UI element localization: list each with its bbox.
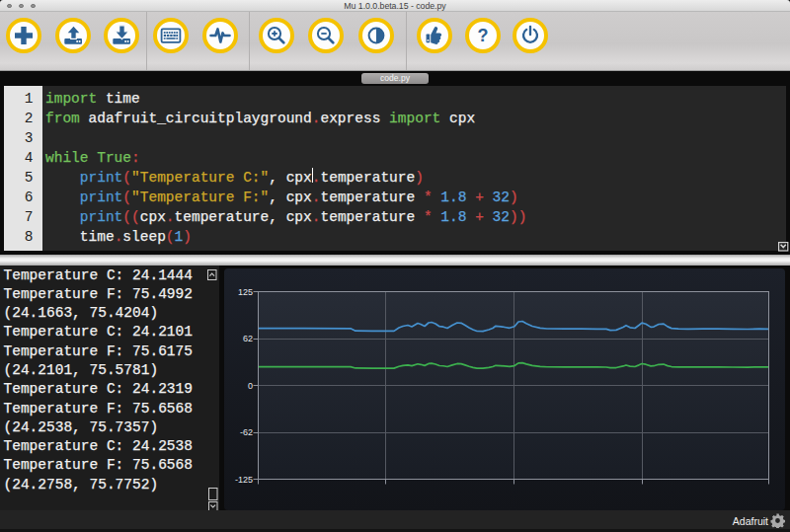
svg-text:125: 125 [238,287,253,297]
svg-text:-125: -125 [235,475,253,485]
svg-text:62: 62 [243,334,253,343]
svg-text:?: ? [477,26,488,45]
svg-text:0: 0 [248,381,253,391]
svg-text:-62: -62 [240,427,253,437]
